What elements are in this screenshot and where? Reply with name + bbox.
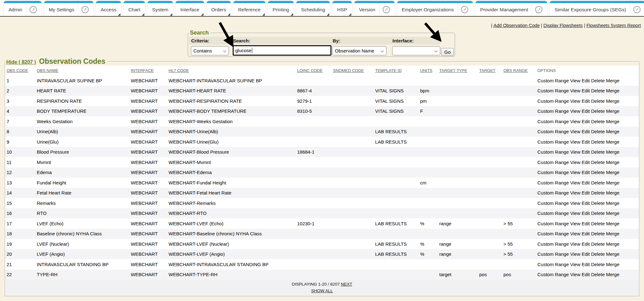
option-link-edit[interactable]: Edit <box>582 129 590 134</box>
option-link-custom-range[interactable]: Custom Range <box>537 272 569 277</box>
option-link-view[interactable]: View <box>570 98 580 104</box>
option-link-custom-range[interactable]: Custom Range <box>537 251 569 257</box>
tab-interface[interactable]: Interface <box>175 1 204 16</box>
option-link-merge[interactable]: Merge <box>606 88 619 93</box>
option-link-edit[interactable]: Edit <box>582 149 590 155</box>
option-link-edit[interactable]: Edit <box>582 108 590 114</box>
option-link-delete[interactable]: Delete <box>591 190 605 195</box>
column-header-interface[interactable]: INTERFACE <box>129 66 167 75</box>
option-link-view[interactable]: View <box>570 221 580 226</box>
option-link-merge[interactable]: Merge <box>606 272 619 277</box>
tab-employer-organizations[interactable]: Employer Organizations↗ <box>397 1 473 16</box>
external-link-icon[interactable]: ↗ <box>535 6 542 13</box>
tab-system[interactable]: System <box>147 1 173 16</box>
option-link-merge[interactable]: Merge <box>606 139 619 145</box>
option-link-delete[interactable]: Delete <box>591 221 605 226</box>
column-header-obs-code[interactable]: OBS CODE <box>5 66 35 75</box>
option-link-delete[interactable]: Delete <box>591 88 605 93</box>
option-link-delete[interactable]: Delete <box>591 180 605 185</box>
tab-reference[interactable]: Reference <box>233 1 265 16</box>
tab-hsp[interactable]: HSP <box>332 1 352 16</box>
option-link-edit[interactable]: Edit <box>582 190 590 195</box>
option-link-edit[interactable]: Edit <box>582 231 590 236</box>
column-header-template-id[interactable]: TEMPLATE ID <box>374 66 419 75</box>
option-link-custom-range[interactable]: Custom Range <box>537 88 569 93</box>
option-link-view[interactable]: View <box>570 251 580 257</box>
go-button[interactable]: Go <box>441 48 454 56</box>
search-input[interactable]: glucose <box>233 45 331 56</box>
option-link-edit[interactable]: Edit <box>582 160 590 165</box>
option-link-edit[interactable]: Edit <box>582 88 590 93</box>
option-link-merge[interactable]: Merge <box>606 262 619 267</box>
option-link-merge[interactable]: Merge <box>606 221 619 226</box>
option-link-view[interactable]: View <box>570 170 580 175</box>
option-link-merge[interactable]: Merge <box>606 160 619 165</box>
option-link-delete[interactable]: Delete <box>591 262 605 267</box>
tab-access[interactable]: Access <box>96 1 121 16</box>
option-link-view[interactable]: View <box>570 149 580 155</box>
hide-count-link[interactable]: Hide ( 8207 ) <box>6 59 36 65</box>
option-link-merge[interactable]: Merge <box>606 170 619 175</box>
column-header-obs-name[interactable]: OBS NAME <box>35 66 129 75</box>
option-link-custom-range[interactable]: Custom Range <box>537 149 569 155</box>
external-link-icon[interactable]: ↗ <box>30 6 37 13</box>
option-link-custom-range[interactable]: Custom Range <box>537 119 569 124</box>
tab-version[interactable]: Version↗ <box>354 1 395 16</box>
option-link-view[interactable]: View <box>570 139 580 145</box>
option-link-view[interactable]: View <box>570 160 580 165</box>
action-link-flowsheets-system-report[interactable]: Flowsheets System Report <box>586 23 641 28</box>
option-link-custom-range[interactable]: Custom Range <box>537 160 569 165</box>
option-link-delete[interactable]: Delete <box>591 170 605 175</box>
option-link-delete[interactable]: Delete <box>591 231 605 236</box>
option-link-delete[interactable]: Delete <box>591 272 605 277</box>
option-link-custom-range[interactable]: Custom Range <box>537 190 569 195</box>
option-link-merge[interactable]: Merge <box>606 190 619 195</box>
column-header-loinc-code[interactable]: LOINC CODE <box>296 66 331 75</box>
option-link-edit[interactable]: Edit <box>582 200 590 206</box>
option-link-custom-range[interactable]: Custom Range <box>537 241 569 247</box>
option-link-view[interactable]: View <box>570 262 580 267</box>
option-link-edit[interactable]: Edit <box>582 211 590 216</box>
show-all-link[interactable]: SHOW ALL <box>311 288 333 293</box>
option-link-merge[interactable]: Merge <box>606 78 619 83</box>
external-link-icon[interactable]: ↗ <box>633 6 641 13</box>
option-link-view[interactable]: View <box>570 190 580 195</box>
option-link-delete[interactable]: Delete <box>591 78 605 83</box>
option-link-delete[interactable]: Delete <box>591 108 605 114</box>
option-link-custom-range[interactable]: Custom Range <box>537 170 569 175</box>
option-link-delete[interactable]: Delete <box>591 149 605 155</box>
option-link-view[interactable]: View <box>570 180 580 185</box>
action-link-display-flowsheets[interactable]: Display Flowsheets <box>543 23 583 28</box>
option-link-edit[interactable]: Edit <box>582 180 590 185</box>
option-link-delete[interactable]: Delete <box>591 129 605 134</box>
option-link-view[interactable]: View <box>570 241 580 247</box>
option-link-merge[interactable]: Merge <box>606 231 619 236</box>
option-link-merge[interactable]: Merge <box>606 251 619 257</box>
option-link-view[interactable]: View <box>570 231 580 236</box>
option-link-view[interactable]: View <box>570 78 580 83</box>
column-header-snomed-code[interactable]: SNOMED CODE <box>331 66 374 75</box>
option-link-view[interactable]: View <box>570 129 580 134</box>
option-link-custom-range[interactable]: Custom Range <box>537 180 569 185</box>
next-page-link[interactable]: NEXT <box>341 282 352 287</box>
option-link-edit[interactable]: Edit <box>582 119 590 124</box>
tab-similar-exposure-groups-segs[interactable]: Similar Exposure Groups (SEGs)↗ <box>550 1 644 16</box>
column-header-units[interactable]: UNITS <box>419 66 438 75</box>
external-link-icon[interactable]: ↗ <box>81 6 89 13</box>
option-link-merge[interactable]: Merge <box>606 98 619 104</box>
option-link-custom-range[interactable]: Custom Range <box>537 262 569 267</box>
option-link-delete[interactable]: Delete <box>591 211 605 216</box>
column-header-obs-range[interactable]: OBS RANGE <box>502 66 536 75</box>
option-link-custom-range[interactable]: Custom Range <box>537 129 569 134</box>
option-link-edit[interactable]: Edit <box>582 251 590 257</box>
option-link-merge[interactable]: Merge <box>606 149 619 155</box>
option-link-custom-range[interactable]: Custom Range <box>537 139 569 145</box>
option-link-merge[interactable]: Merge <box>606 241 619 247</box>
tab-my-settings[interactable]: My Settings↗ <box>44 1 93 16</box>
tab-admin[interactable]: Admin↗ <box>4 1 42 16</box>
option-link-custom-range[interactable]: Custom Range <box>537 200 569 206</box>
option-link-merge[interactable]: Merge <box>606 119 619 124</box>
column-header-target-type[interactable]: TARGET TYPE <box>438 66 478 75</box>
option-link-merge[interactable]: Merge <box>606 211 619 216</box>
tab-orders[interactable]: Orders <box>207 1 231 16</box>
